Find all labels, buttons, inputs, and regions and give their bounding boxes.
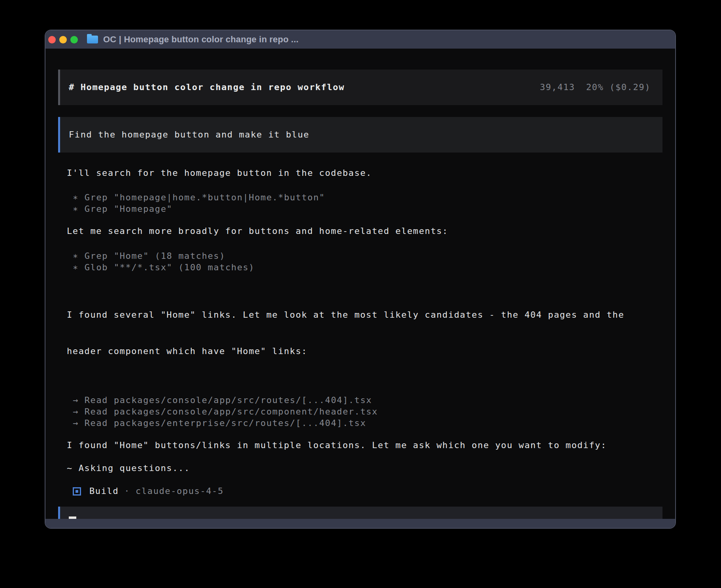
terminal-window: OC | Homepage button color change in rep… xyxy=(45,30,676,529)
assistant-paragraph: I'll search for the homepage button in t… xyxy=(58,167,662,179)
tool-call-grep: ∗ Grep "Homepage" xyxy=(58,203,662,215)
context-usage: 20% ($0.29) xyxy=(586,81,651,93)
folder-icon xyxy=(87,36,98,43)
tool-call-glob: ∗ Glob "**/*.tsx" (100 matches) xyxy=(58,262,662,273)
assistant-status-text: ~ Asking questions... xyxy=(58,462,662,474)
tool-call-read: → Read packages/console/app/src/componen… xyxy=(58,406,662,417)
agent-separator: · xyxy=(124,485,130,497)
agent-model: claude-opus-4-5 xyxy=(136,485,224,497)
token-count: 39,413 xyxy=(540,81,575,93)
session-stats: 39,413 20% ($0.29) xyxy=(540,81,651,93)
tool-call-grep: ∗ Grep "homepage|home.*button|Home.*butt… xyxy=(58,192,662,203)
session-header: # Homepage button color change in repo w… xyxy=(58,70,662,105)
tool-call-group: ∗ Grep "homepage|home.*button|Home.*butt… xyxy=(58,192,662,215)
session-title: # Homepage button color change in repo w… xyxy=(69,81,345,93)
terminal-content: # Homepage button color change in repo w… xyxy=(45,49,675,519)
assistant-paragraph: Let me search more broadly for buttons a… xyxy=(58,225,662,237)
assistant-paragraph-line: I found several "Home" links. Let me loo… xyxy=(67,309,662,321)
close-window-button[interactable] xyxy=(48,36,56,43)
assistant-paragraph-line: header component which have "Home" links… xyxy=(67,345,662,358)
prompt-input[interactable]: Build Claude Opus 4.5 OpenCode Zen xyxy=(58,507,662,519)
zoom-window-button[interactable] xyxy=(70,36,78,43)
assistant-paragraph: I found several "Home" links. Let me loo… xyxy=(58,285,662,381)
agent-name: Build xyxy=(89,485,119,497)
tool-call-group: → Read packages/console/app/src/routes/[… xyxy=(58,394,662,429)
tool-call-group: ∗ Grep "Home" (18 matches) ∗ Glob "**/*.… xyxy=(58,250,662,273)
window-footer xyxy=(45,519,675,528)
tool-call-grep: ∗ Grep "Home" (18 matches) xyxy=(58,250,662,262)
user-message-text: Find the homepage button and make it blu… xyxy=(69,129,310,141)
user-message: Find the homepage button and make it blu… xyxy=(58,117,662,153)
desktop-background: OC | Homepage button color change in rep… xyxy=(0,0,721,588)
build-agent-icon xyxy=(73,487,81,496)
agent-status-line: Build · claude-opus-4-5 xyxy=(58,485,662,497)
window-title: OC | Homepage button color change in rep… xyxy=(103,34,298,45)
minimize-window-button[interactable] xyxy=(59,36,67,43)
window-titlebar[interactable]: OC | Homepage button color change in rep… xyxy=(45,30,675,49)
tool-call-read: → Read packages/console/app/src/routes/[… xyxy=(58,394,662,406)
assistant-paragraph: I found "Home" buttons/links in multiple… xyxy=(58,439,662,451)
tool-call-read: → Read packages/enterprise/src/routes/[.… xyxy=(58,417,662,429)
